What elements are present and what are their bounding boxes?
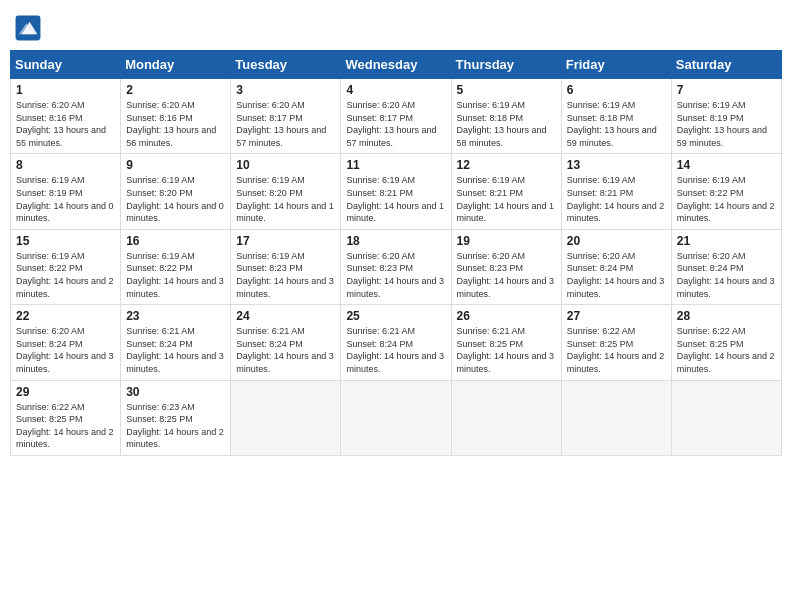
calendar-week-row: 15Sunrise: 6:19 AMSunset: 8:22 PMDayligh… — [11, 229, 782, 304]
table-row: 18Sunrise: 6:20 AMSunset: 8:23 PMDayligh… — [341, 229, 451, 304]
day-number: 24 — [236, 309, 335, 323]
day-info: Sunrise: 6:19 AMSunset: 8:23 PMDaylight:… — [236, 250, 335, 300]
calendar-week-row: 22Sunrise: 6:20 AMSunset: 8:24 PMDayligh… — [11, 305, 782, 380]
table-row: 4Sunrise: 6:20 AMSunset: 8:17 PMDaylight… — [341, 79, 451, 154]
day-info: Sunrise: 6:20 AMSunset: 8:16 PMDaylight:… — [16, 99, 115, 149]
table-row: 25Sunrise: 6:21 AMSunset: 8:24 PMDayligh… — [341, 305, 451, 380]
day-info: Sunrise: 6:19 AMSunset: 8:21 PMDaylight:… — [457, 174, 556, 224]
table-row: 26Sunrise: 6:21 AMSunset: 8:25 PMDayligh… — [451, 305, 561, 380]
table-row — [231, 380, 341, 455]
table-row: 30Sunrise: 6:23 AMSunset: 8:25 PMDayligh… — [121, 380, 231, 455]
day-number: 29 — [16, 385, 115, 399]
day-number: 19 — [457, 234, 556, 248]
calendar-week-row: 1Sunrise: 6:20 AMSunset: 8:16 PMDaylight… — [11, 79, 782, 154]
day-number: 16 — [126, 234, 225, 248]
day-info: Sunrise: 6:20 AMSunset: 8:24 PMDaylight:… — [677, 250, 776, 300]
day-info: Sunrise: 6:19 AMSunset: 8:19 PMDaylight:… — [16, 174, 115, 224]
day-info: Sunrise: 6:21 AMSunset: 8:24 PMDaylight:… — [236, 325, 335, 375]
day-number: 3 — [236, 83, 335, 97]
day-info: Sunrise: 6:22 AMSunset: 8:25 PMDaylight:… — [677, 325, 776, 375]
col-monday: Monday — [121, 51, 231, 79]
table-row: 8Sunrise: 6:19 AMSunset: 8:19 PMDaylight… — [11, 154, 121, 229]
day-info: Sunrise: 6:19 AMSunset: 8:22 PMDaylight:… — [677, 174, 776, 224]
day-info: Sunrise: 6:19 AMSunset: 8:19 PMDaylight:… — [677, 99, 776, 149]
day-info: Sunrise: 6:19 AMSunset: 8:21 PMDaylight:… — [567, 174, 666, 224]
day-number: 21 — [677, 234, 776, 248]
day-info: Sunrise: 6:20 AMSunset: 8:23 PMDaylight:… — [346, 250, 445, 300]
col-thursday: Thursday — [451, 51, 561, 79]
table-row: 19Sunrise: 6:20 AMSunset: 8:23 PMDayligh… — [451, 229, 561, 304]
day-number: 25 — [346, 309, 445, 323]
table-row: 10Sunrise: 6:19 AMSunset: 8:20 PMDayligh… — [231, 154, 341, 229]
table-row: 7Sunrise: 6:19 AMSunset: 8:19 PMDaylight… — [671, 79, 781, 154]
table-row: 9Sunrise: 6:19 AMSunset: 8:20 PMDaylight… — [121, 154, 231, 229]
col-wednesday: Wednesday — [341, 51, 451, 79]
day-number: 9 — [126, 158, 225, 172]
table-row — [451, 380, 561, 455]
col-saturday: Saturday — [671, 51, 781, 79]
table-row: 6Sunrise: 6:19 AMSunset: 8:18 PMDaylight… — [561, 79, 671, 154]
calendar-week-row: 8Sunrise: 6:19 AMSunset: 8:19 PMDaylight… — [11, 154, 782, 229]
table-row: 11Sunrise: 6:19 AMSunset: 8:21 PMDayligh… — [341, 154, 451, 229]
day-number: 13 — [567, 158, 666, 172]
col-tuesday: Tuesday — [231, 51, 341, 79]
header — [10, 10, 782, 42]
day-info: Sunrise: 6:20 AMSunset: 8:23 PMDaylight:… — [457, 250, 556, 300]
table-row: 12Sunrise: 6:19 AMSunset: 8:21 PMDayligh… — [451, 154, 561, 229]
day-number: 15 — [16, 234, 115, 248]
table-row: 21Sunrise: 6:20 AMSunset: 8:24 PMDayligh… — [671, 229, 781, 304]
day-info: Sunrise: 6:21 AMSunset: 8:24 PMDaylight:… — [346, 325, 445, 375]
day-info: Sunrise: 6:21 AMSunset: 8:24 PMDaylight:… — [126, 325, 225, 375]
day-info: Sunrise: 6:19 AMSunset: 8:22 PMDaylight:… — [126, 250, 225, 300]
table-row: 5Sunrise: 6:19 AMSunset: 8:18 PMDaylight… — [451, 79, 561, 154]
day-number: 23 — [126, 309, 225, 323]
day-info: Sunrise: 6:19 AMSunset: 8:22 PMDaylight:… — [16, 250, 115, 300]
day-number: 20 — [567, 234, 666, 248]
day-info: Sunrise: 6:19 AMSunset: 8:20 PMDaylight:… — [236, 174, 335, 224]
table-row: 22Sunrise: 6:20 AMSunset: 8:24 PMDayligh… — [11, 305, 121, 380]
logo-icon — [14, 14, 42, 42]
table-row — [341, 380, 451, 455]
table-row: 3Sunrise: 6:20 AMSunset: 8:17 PMDaylight… — [231, 79, 341, 154]
table-row: 16Sunrise: 6:19 AMSunset: 8:22 PMDayligh… — [121, 229, 231, 304]
day-info: Sunrise: 6:19 AMSunset: 8:18 PMDaylight:… — [567, 99, 666, 149]
day-info: Sunrise: 6:21 AMSunset: 8:25 PMDaylight:… — [457, 325, 556, 375]
day-number: 7 — [677, 83, 776, 97]
day-info: Sunrise: 6:20 AMSunset: 8:17 PMDaylight:… — [236, 99, 335, 149]
table-row: 2Sunrise: 6:20 AMSunset: 8:16 PMDaylight… — [121, 79, 231, 154]
col-friday: Friday — [561, 51, 671, 79]
day-number: 14 — [677, 158, 776, 172]
table-row: 14Sunrise: 6:19 AMSunset: 8:22 PMDayligh… — [671, 154, 781, 229]
table-row: 27Sunrise: 6:22 AMSunset: 8:25 PMDayligh… — [561, 305, 671, 380]
day-number: 5 — [457, 83, 556, 97]
day-number: 4 — [346, 83, 445, 97]
day-number: 22 — [16, 309, 115, 323]
day-number: 28 — [677, 309, 776, 323]
table-row: 20Sunrise: 6:20 AMSunset: 8:24 PMDayligh… — [561, 229, 671, 304]
logo — [14, 14, 46, 42]
day-info: Sunrise: 6:19 AMSunset: 8:21 PMDaylight:… — [346, 174, 445, 224]
day-info: Sunrise: 6:22 AMSunset: 8:25 PMDaylight:… — [567, 325, 666, 375]
day-info: Sunrise: 6:20 AMSunset: 8:16 PMDaylight:… — [126, 99, 225, 149]
day-number: 2 — [126, 83, 225, 97]
calendar: Sunday Monday Tuesday Wednesday Thursday… — [10, 50, 782, 456]
table-row — [561, 380, 671, 455]
day-number: 12 — [457, 158, 556, 172]
day-number: 27 — [567, 309, 666, 323]
day-info: Sunrise: 6:23 AMSunset: 8:25 PMDaylight:… — [126, 401, 225, 451]
day-number: 17 — [236, 234, 335, 248]
day-number: 6 — [567, 83, 666, 97]
col-sunday: Sunday — [11, 51, 121, 79]
table-row: 29Sunrise: 6:22 AMSunset: 8:25 PMDayligh… — [11, 380, 121, 455]
day-number: 18 — [346, 234, 445, 248]
day-info: Sunrise: 6:20 AMSunset: 8:17 PMDaylight:… — [346, 99, 445, 149]
table-row: 24Sunrise: 6:21 AMSunset: 8:24 PMDayligh… — [231, 305, 341, 380]
day-info: Sunrise: 6:22 AMSunset: 8:25 PMDaylight:… — [16, 401, 115, 451]
table-row: 23Sunrise: 6:21 AMSunset: 8:24 PMDayligh… — [121, 305, 231, 380]
day-number: 1 — [16, 83, 115, 97]
table-row: 13Sunrise: 6:19 AMSunset: 8:21 PMDayligh… — [561, 154, 671, 229]
table-row: 17Sunrise: 6:19 AMSunset: 8:23 PMDayligh… — [231, 229, 341, 304]
day-info: Sunrise: 6:19 AMSunset: 8:20 PMDaylight:… — [126, 174, 225, 224]
calendar-header-row: Sunday Monday Tuesday Wednesday Thursday… — [11, 51, 782, 79]
day-info: Sunrise: 6:19 AMSunset: 8:18 PMDaylight:… — [457, 99, 556, 149]
